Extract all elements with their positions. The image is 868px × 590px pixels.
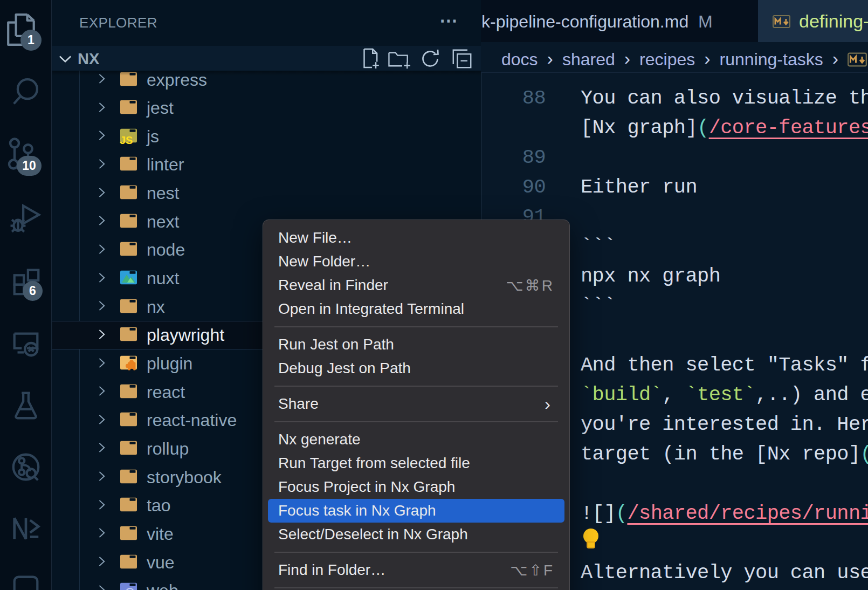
svg-text:JS: JS	[120, 134, 133, 146]
